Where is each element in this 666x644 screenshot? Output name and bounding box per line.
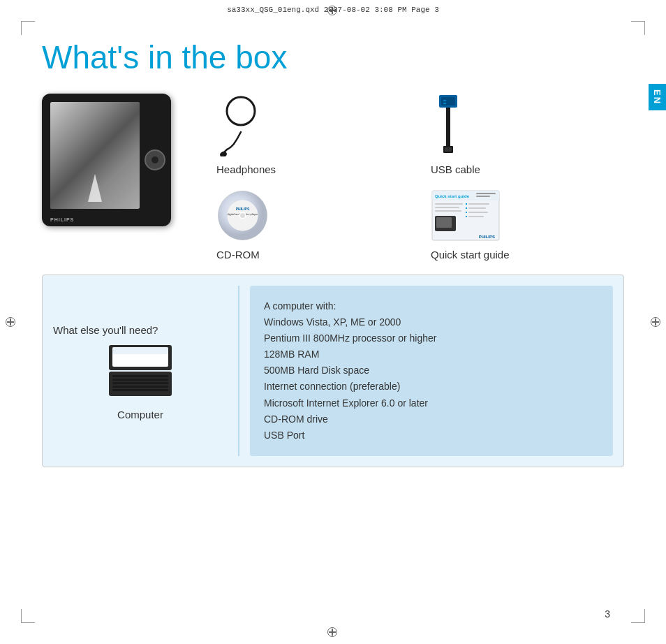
requirement-line: CD-ROM drive xyxy=(264,411,436,427)
headphones-icon xyxy=(216,94,265,156)
requirements-text: A computer with:Windows Vista, XP, ME or… xyxy=(264,298,436,444)
svg-rect-43 xyxy=(112,382,168,384)
main-content: What's in the box PHILIPS xyxy=(42,38,624,606)
reg-mark-left xyxy=(6,317,15,327)
headphones-label: Headphones xyxy=(216,163,276,175)
svg-rect-34 xyxy=(468,207,486,209)
what-else-title: What else you'll need? xyxy=(53,324,158,336)
qsg-item: Quick start guide xyxy=(431,182,624,261)
requirement-line: 500MB Hard Disk space xyxy=(264,363,436,379)
computer-icon xyxy=(105,344,175,403)
reg-mark-bottom xyxy=(327,627,339,638)
what-else-box: What else you'll need? xyxy=(42,275,624,467)
page-number: 3 xyxy=(605,608,610,620)
items-grid: PHILIPS xyxy=(42,94,624,261)
reg-mark-right xyxy=(651,317,660,327)
svg-text:Quick start guide: Quick start guide xyxy=(435,194,470,198)
what-else-left: What else you'll need? xyxy=(53,286,228,456)
svg-rect-27 xyxy=(435,207,459,208)
player-section: PHILIPS xyxy=(42,94,195,226)
cdrom-icon: PHILIPS digital audio video player xyxy=(216,189,269,242)
requirement-line: A computer with: xyxy=(264,298,436,314)
svg-rect-31 xyxy=(466,203,467,205)
requirement-line: Microsoft Internet Explorer 6.0 or later xyxy=(264,395,436,411)
requirement-line: Internet connection (preferable) xyxy=(264,379,436,395)
svg-rect-38 xyxy=(468,216,484,217)
player-brand: PHILIPS xyxy=(50,217,74,222)
accessories-grid: Headphones xyxy=(195,94,624,261)
requirement-line: 128MB RAM xyxy=(264,346,436,363)
requirement-line: Windows Vista, XP, ME or 2000 xyxy=(264,314,436,330)
svg-text:PHILIPS: PHILIPS xyxy=(236,207,250,211)
usb-cable-icon xyxy=(431,94,466,156)
lang-tab: EN xyxy=(649,84,666,110)
svg-rect-30 xyxy=(436,217,452,228)
svg-rect-24 xyxy=(476,193,496,194)
svg-rect-26 xyxy=(435,203,463,205)
requirement-line: USB Port xyxy=(264,427,436,444)
svg-rect-44 xyxy=(112,386,168,388)
svg-rect-35 xyxy=(466,212,467,213)
crop-mark-tl xyxy=(21,21,35,35)
usb-cable-item: USB cable xyxy=(431,94,624,175)
qsg-icon: Quick start guide xyxy=(431,189,494,242)
svg-rect-42 xyxy=(112,379,168,381)
svg-rect-48 xyxy=(112,347,168,354)
crop-mark-br xyxy=(631,609,645,623)
svg-rect-12 xyxy=(443,103,446,104)
svg-rect-28 xyxy=(435,210,461,212)
player-device: PHILIPS xyxy=(42,94,171,226)
crop-mark-tr xyxy=(631,21,645,35)
computer-label: Computer xyxy=(117,409,163,420)
svg-rect-41 xyxy=(112,375,168,377)
svg-rect-36 xyxy=(468,212,488,213)
cdrom-item: PHILIPS digital audio video player CD-RO… xyxy=(216,182,410,261)
usb-cable-label: USB cable xyxy=(431,163,480,175)
svg-text:PHILIPS: PHILIPS xyxy=(479,235,495,239)
svg-point-0 xyxy=(227,97,255,125)
requirement-line: Pentium III 800MHz processor or higher xyxy=(264,330,436,346)
header-text: sa33xx_QSG_01eng.qxd 2007-08-02 3:08 PM … xyxy=(227,6,439,14)
svg-rect-45 xyxy=(112,389,168,391)
svg-rect-33 xyxy=(466,207,467,209)
svg-rect-37 xyxy=(466,216,467,217)
player-screen-image xyxy=(50,102,140,209)
qsg-label: Quick start guide xyxy=(431,249,510,261)
what-else-right: A computer with:Windows Vista, XP, ME or… xyxy=(250,286,613,456)
player-screen xyxy=(50,102,140,209)
section-divider xyxy=(238,286,239,456)
svg-rect-10 xyxy=(445,147,452,152)
page-header: sa33xx_QSG_01eng.qxd 2007-08-02 3:08 PM … xyxy=(42,6,624,14)
crop-mark-bl xyxy=(21,609,35,623)
page-title: What's in the box xyxy=(42,38,624,76)
headphones-item: Headphones xyxy=(216,94,410,175)
svg-point-20 xyxy=(240,213,245,218)
svg-rect-25 xyxy=(476,196,490,197)
svg-point-5 xyxy=(219,151,228,156)
svg-rect-32 xyxy=(468,203,489,205)
svg-rect-11 xyxy=(443,100,446,101)
player-wheel xyxy=(145,149,165,170)
cdrom-label: CD-ROM xyxy=(216,249,260,261)
svg-rect-8 xyxy=(446,108,450,146)
